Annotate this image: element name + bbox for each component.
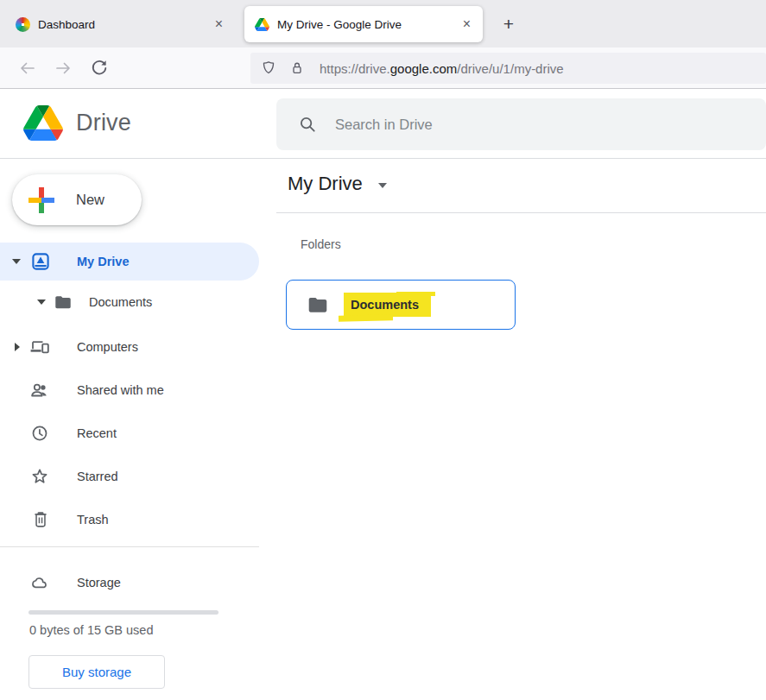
chevron-right-icon[interactable] bbox=[15, 343, 20, 351]
back-button[interactable] bbox=[16, 58, 37, 79]
storage-progress-bar bbox=[28, 610, 218, 615]
url-prefix: https://drive. bbox=[320, 61, 390, 76]
tab-bar: Dashboard × My Drive - Google Drive × + bbox=[0, 0, 766, 47]
folders-section-label: Folders bbox=[301, 237, 341, 251]
shield-icon[interactable] bbox=[260, 60, 277, 77]
search-input[interactable] bbox=[335, 117, 715, 133]
shared-people-icon bbox=[29, 380, 50, 404]
chevron-down-icon[interactable] bbox=[37, 300, 46, 305]
trash-icon bbox=[31, 510, 50, 533]
sidebar-item-label: Shared with me bbox=[77, 383, 164, 397]
navigation-bar: https://drive.google.com/drive/u/1/my-dr… bbox=[0, 47, 766, 89]
my-drive-heading-dropdown[interactable]: My Drive bbox=[288, 173, 387, 195]
reload-button[interactable] bbox=[89, 58, 110, 79]
lock-icon[interactable] bbox=[288, 60, 306, 77]
sidebar-item-label: Computers bbox=[77, 340, 138, 354]
tab-title: Dashboard bbox=[38, 18, 212, 31]
new-button-label: New bbox=[76, 192, 104, 208]
folder-icon bbox=[307, 293, 329, 316]
dashboard-favicon-icon bbox=[16, 17, 30, 32]
sidebar-item-computers[interactable]: Computers bbox=[0, 330, 259, 364]
page-title: My Drive bbox=[288, 173, 363, 195]
buy-storage-button[interactable]: Buy storage bbox=[28, 655, 165, 689]
sidebar-item-label: My Drive bbox=[77, 255, 129, 268]
url-text: https://drive.google.com/drive/u/1/my-dr… bbox=[320, 61, 564, 76]
folder-name-highlighted: Documents bbox=[344, 293, 431, 317]
drive-logo-icon bbox=[23, 105, 63, 141]
chevron-down-icon[interactable] bbox=[12, 259, 21, 264]
url-domain: google.com bbox=[390, 61, 458, 76]
chevron-down-icon bbox=[378, 183, 387, 188]
buy-storage-label: Buy storage bbox=[62, 665, 131, 679]
forward-button[interactable] bbox=[54, 58, 74, 79]
tab-title: My Drive - Google Drive bbox=[277, 18, 459, 31]
sidebar-divider bbox=[0, 546, 259, 547]
sidebar-item-my-drive[interactable]: My Drive bbox=[0, 243, 259, 281]
clock-icon bbox=[30, 424, 49, 446]
storage-usage-text: 0 bytes of 15 GB used bbox=[29, 623, 153, 637]
search-bar[interactable] bbox=[276, 98, 766, 150]
folder-icon bbox=[54, 293, 73, 315]
sidebar-item-recent[interactable]: Recent bbox=[0, 416, 259, 451]
close-tab-icon[interactable]: × bbox=[459, 17, 474, 31]
sidebar-item-documents[interactable]: Documents bbox=[0, 285, 259, 319]
url-bar[interactable]: https://drive.google.com/drive/u/1/my-dr… bbox=[250, 53, 766, 84]
computers-icon bbox=[28, 337, 51, 361]
search-icon bbox=[298, 115, 317, 134]
folder-card-documents[interactable]: Documents bbox=[286, 280, 516, 330]
new-tab-button[interactable]: + bbox=[497, 13, 520, 35]
plus-icon bbox=[28, 187, 54, 213]
tab-dashboard[interactable]: Dashboard × bbox=[5, 6, 235, 42]
sidebar-item-trash[interactable]: Trash bbox=[0, 502, 259, 537]
sidebar-item-label: Documents bbox=[89, 295, 152, 309]
sidebar-item-storage[interactable]: Storage bbox=[0, 565, 259, 600]
main-divider bbox=[276, 212, 766, 213]
drive-header: Drive bbox=[0, 89, 766, 159]
sidebar-item-shared-with-me[interactable]: Shared with me bbox=[0, 373, 259, 407]
close-tab-icon[interactable]: × bbox=[212, 17, 226, 31]
drive-page: Drive New bbox=[0, 89, 766, 700]
sidebar-item-label: Trash bbox=[77, 513, 109, 527]
browser-window: Dashboard × My Drive - Google Drive × + bbox=[0, 0, 766, 700]
my-drive-icon bbox=[30, 251, 51, 275]
new-button[interactable]: New bbox=[12, 174, 142, 225]
sidebar-item-starred[interactable]: Starred bbox=[0, 459, 259, 494]
sidebar-item-label: Recent bbox=[77, 426, 117, 440]
app-name: Drive bbox=[76, 110, 131, 136]
drive-favicon-icon bbox=[255, 17, 269, 32]
sidebar: New My Drive bbox=[0, 159, 259, 700]
sidebar-item-label: Storage bbox=[77, 576, 121, 590]
star-icon bbox=[29, 466, 50, 490]
url-path: /drive/u/1/my-drive bbox=[457, 61, 563, 76]
sidebar-item-label: Starred bbox=[77, 470, 118, 483]
tab-my-drive[interactable]: My Drive - Google Drive × bbox=[244, 6, 483, 42]
cloud-icon bbox=[28, 573, 51, 596]
main-content: My Drive Folders Documents bbox=[276, 159, 766, 700]
